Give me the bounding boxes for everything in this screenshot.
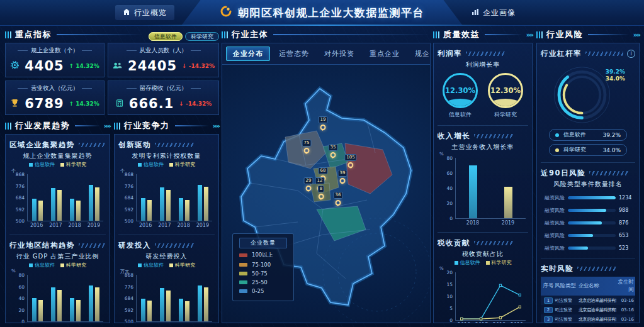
main-tab-bar: 企业分布运营态势对外投资重点企业规企变化排名 xyxy=(222,43,430,65)
divider xyxy=(82,50,92,51)
legend-dot-icon xyxy=(555,148,559,152)
cell-time: 03-16 xyxy=(616,308,634,313)
axis-tick: 868 xyxy=(125,172,133,177)
subpanel-title: 区域企业集聚趋势 xyxy=(9,140,75,150)
nav-industry-overview[interactable]: 行业概览 xyxy=(115,5,174,20)
more-arrows-icon[interactable]: »» xyxy=(633,31,640,39)
legend-name: 信息软件 xyxy=(35,161,55,168)
section-bars-icon xyxy=(536,31,543,38)
hbar-track xyxy=(568,234,616,237)
axis-tick: 684 xyxy=(125,296,133,301)
indicator-body: 666.1↓ -14.32% xyxy=(112,96,215,111)
nav-enterprise-portrait[interactable]: 企业画像 xyxy=(464,5,523,20)
indicator-delta: ↑ 14.32% xyxy=(69,101,99,107)
bar xyxy=(70,199,74,221)
map-marker[interactable]: 19 xyxy=(319,116,328,130)
map-marker[interactable]: 105 xyxy=(344,154,356,168)
map-marker[interactable]: 29 xyxy=(304,177,314,191)
tab-3[interactable]: 重点企业 xyxy=(363,47,406,60)
hbar-value: 876 xyxy=(619,220,634,226)
risk-table-row[interactable]: 2司法预警北京启迪卓越科技有限公司03-16 xyxy=(541,305,635,314)
divider xyxy=(485,34,523,35)
bar xyxy=(38,300,43,321)
legend-item: 信息软件 xyxy=(138,161,164,168)
legend-swatch xyxy=(60,263,64,267)
bar xyxy=(160,187,164,221)
legend-value: 34.0% xyxy=(602,147,621,153)
tab-0[interactable]: 企业分布 xyxy=(226,47,270,61)
axis-category: 2018 xyxy=(65,322,84,323)
legend-name: 科学研究 xyxy=(175,262,195,269)
tab-4[interactable]: 规企变化排名 xyxy=(409,47,431,60)
hatch-decoration xyxy=(474,134,513,138)
divider xyxy=(57,34,142,35)
axis-tick: 684 xyxy=(16,195,25,201)
bar xyxy=(179,198,183,221)
axis-category: 2018 xyxy=(455,219,490,226)
marker-count-badge: 105 xyxy=(344,154,356,161)
risk-table-row[interactable]: 3司法预警北京启迪卓越科技有限公司03-16 xyxy=(541,314,635,323)
table-header-cell: 发生时间 xyxy=(616,279,634,294)
indicator-label-row: 从业人员数（人） xyxy=(112,47,215,55)
leverage-legend-row[interactable]: 信息软件39.2% xyxy=(549,129,627,141)
profit-gauges: 12.30%信息软件12.30%科学研究 xyxy=(438,73,528,119)
subpanel-title: 实时风险 xyxy=(541,264,573,274)
map-marker[interactable]: 35 xyxy=(329,144,338,158)
subpanel-header: 利润率 xyxy=(438,49,528,58)
gauge-wave xyxy=(488,99,523,108)
more-arrows-icon[interactable]: »» xyxy=(526,31,533,39)
chart-plot: 万元500592684776868 xyxy=(136,275,212,322)
legend-item: 科学研究 xyxy=(169,262,195,269)
axis-tick: 0 xyxy=(449,216,453,221)
info-icon[interactable]: i xyxy=(627,50,635,58)
agglomeration-chart: 规上企业数量集聚趋势信息软件科学研究个500592684776868201620… xyxy=(9,152,106,228)
chart-title: 税收贡献占比 xyxy=(438,250,528,258)
map-legend-row: 100以上 xyxy=(239,252,287,259)
map-marker[interactable]: 8 xyxy=(318,186,324,199)
more-arrows-icon[interactable]: »» xyxy=(213,122,219,130)
legend-swatch xyxy=(239,263,247,267)
legend-item: 科学研究 xyxy=(169,161,195,168)
indicator-card: 留存税收（亿元）666.1↓ -14.32% xyxy=(108,80,219,115)
tab-1[interactable]: 运营态势 xyxy=(273,47,315,60)
bar-group xyxy=(89,185,99,221)
legend-item: 信息软件 xyxy=(455,259,480,266)
leverage-legend-row[interactable]: 科学研究34.0% xyxy=(549,144,627,156)
chart-title: 发明专利累计授权数量 xyxy=(118,152,215,160)
filter-badge[interactable]: 信息软件 xyxy=(149,32,183,41)
divider xyxy=(18,88,28,89)
revenue-growth-chart: 主营业务收入增长率%02040608020182019 xyxy=(438,143,528,226)
section-industry-main: 行业主体 xyxy=(222,29,431,40)
map-marker[interactable]: 39 xyxy=(338,170,347,184)
map-marker[interactable]: 36 xyxy=(334,192,343,206)
axis-tick: 60 xyxy=(18,284,25,289)
pin-icon xyxy=(330,152,336,158)
section-title: 行业主体 xyxy=(232,29,268,40)
axis-category: 2018 xyxy=(490,321,508,323)
legend-item: 信息软件 xyxy=(29,262,55,269)
map-legend-items: 100以上75-10050-7525-500-25 xyxy=(239,252,287,294)
more-arrows-icon[interactable]: »» xyxy=(104,122,110,130)
patents-chart: 发明专利累计授权数量信息软件科学研究个500592684776868201620… xyxy=(118,152,215,228)
bar xyxy=(32,199,37,221)
filter-badge[interactable]: 科学研究 xyxy=(185,32,219,41)
axis-tick: 20 xyxy=(446,201,453,206)
bar-group xyxy=(51,188,62,221)
bar xyxy=(204,187,208,221)
tab-2[interactable]: 对外投资 xyxy=(318,47,361,60)
bar-group xyxy=(70,199,81,221)
risk-table-row[interactable]: 1司法预警北京启迪卓越科技有限公司03-16 xyxy=(541,296,635,305)
bar xyxy=(76,300,81,321)
divider xyxy=(175,125,209,126)
district-map[interactable]: 19753510568392912836 企业数量 100以上75-10050-… xyxy=(222,65,430,323)
axis-tick: 868 xyxy=(16,172,25,177)
map-marker[interactable]: 75 xyxy=(302,140,312,153)
cell-risk-type: 司法预警 xyxy=(555,316,579,323)
cell-no: 3 xyxy=(542,316,555,323)
key-indicator-cards: 规上企业数（个）4405↑ 14.32%从业人员数（人）24405↓ -14.3… xyxy=(5,43,219,115)
legend-label: 75-100 xyxy=(252,262,271,268)
bar xyxy=(198,285,202,322)
axis-unit: % xyxy=(11,269,16,274)
bar xyxy=(198,185,202,221)
gauge-label: 科学研究 xyxy=(494,111,517,119)
